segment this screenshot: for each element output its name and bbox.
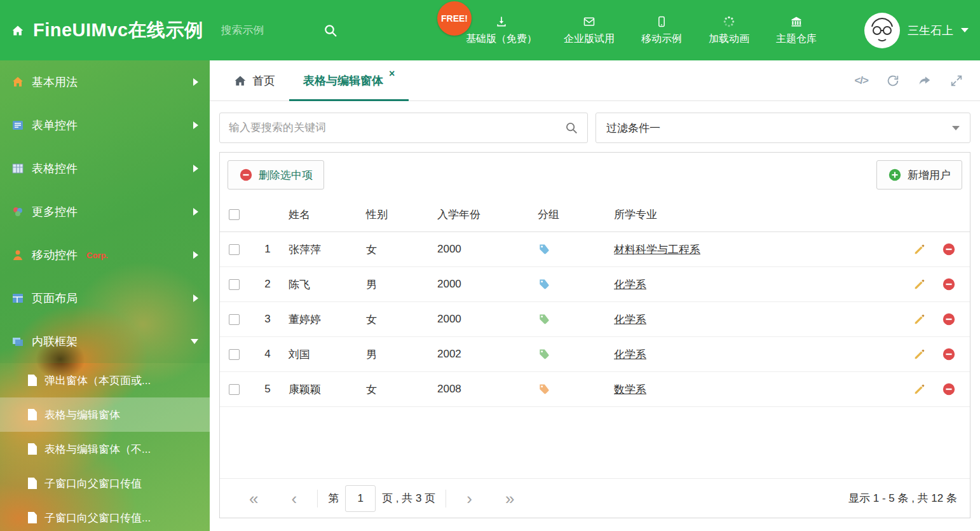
view-source-icon[interactable]: </> — [854, 74, 868, 87]
row-name: 刘国 — [282, 347, 360, 362]
nav-label: 主题仓库 — [776, 32, 817, 46]
major-link[interactable]: 材料科学与工程系 — [614, 244, 700, 256]
tab-grid-edit-window[interactable]: 表格与编辑窗体 × — [289, 60, 409, 100]
row-checkbox[interactable] — [229, 314, 240, 325]
nav-theme-store[interactable]: 主题仓库 — [763, 15, 830, 46]
tag-icon — [538, 243, 550, 256]
search-icon[interactable] — [323, 23, 338, 38]
delete-icon[interactable] — [942, 277, 956, 291]
row-gender: 男 — [360, 277, 431, 292]
main-content: 首页 表格与编辑窗体 × </> — [210, 60, 980, 531]
search-icon[interactable] — [564, 121, 578, 135]
major-link[interactable]: 数学系 — [614, 383, 646, 396]
edit-icon[interactable] — [913, 382, 927, 396]
sidebar-item-page-layout[interactable]: 页面布局 — [0, 277, 210, 320]
nav-loading-animation[interactable]: 加载动画 — [695, 15, 763, 46]
row-checkbox[interactable] — [229, 384, 240, 395]
home-icon — [234, 74, 247, 87]
col-major[interactable]: 所学专业 — [604, 207, 894, 222]
fullscreen-icon[interactable] — [949, 74, 963, 88]
sidebar-item-basic-usage[interactable]: 基本用法 — [0, 60, 210, 104]
keyword-search-input[interactable] — [229, 121, 564, 134]
edit-icon[interactable] — [913, 242, 927, 256]
iframe-icon — [11, 335, 24, 348]
col-year[interactable]: 入学年份 — [431, 207, 527, 222]
row-checkbox[interactable] — [229, 279, 240, 290]
sidebar-item-label: 内联框架 — [32, 334, 78, 349]
nav-mobile-demo[interactable]: 移动示例 — [628, 15, 695, 46]
grid-panel: 删除选中项 新增用户 姓名 性别 入学年份 分组 所 — [219, 152, 970, 518]
tab-close-icon[interactable]: × — [389, 68, 395, 79]
major-link[interactable]: 化学系 — [614, 314, 646, 326]
row-checkbox[interactable] — [229, 244, 240, 255]
page-first-button[interactable]: « — [233, 490, 275, 507]
row-gender: 男 — [360, 347, 431, 362]
plus-circle-icon — [888, 168, 902, 182]
tag-icon — [538, 313, 550, 326]
spinner-icon — [723, 15, 735, 28]
open-new-window-icon[interactable] — [918, 74, 932, 88]
tag-icon — [538, 383, 550, 396]
delete-selected-button[interactable]: 删除选中项 — [228, 160, 324, 190]
page-last-button[interactable]: » — [489, 490, 531, 507]
sidebar-subitem-child-to-parent-2[interactable]: 子窗口向父窗口传值... — [0, 500, 210, 531]
sidebar-item-label: 页面布局 — [32, 291, 78, 306]
major-link[interactable]: 化学系 — [614, 279, 646, 291]
sidebar-subitem-child-to-parent[interactable]: 子窗口向父窗口传值 — [0, 466, 210, 500]
data-table: 姓名 性别 入学年份 分组 所学专业 1 张萍萍 女 2000 — [220, 197, 970, 407]
bank-icon — [790, 15, 803, 28]
corp-badge: Corp. — [86, 251, 108, 260]
sidebar-item-grid-controls[interactable]: 表格控件 — [0, 147, 210, 190]
sidebar-item-more-controls[interactable]: 更多控件 — [0, 190, 210, 233]
delete-icon[interactable] — [942, 242, 956, 256]
sidebar-item-label: 基本用法 — [32, 74, 78, 90]
sidebar-item-form-controls[interactable]: 表单控件 — [0, 104, 210, 147]
refresh-icon[interactable] — [886, 74, 900, 88]
col-group[interactable]: 分组 — [527, 207, 604, 222]
sidebar-item-iframe[interactable]: 内联框架 — [0, 320, 210, 363]
row-name: 陈飞 — [282, 277, 360, 292]
sidebar-subitem-grid-edit-window[interactable]: 表格与编辑窗体 — [0, 397, 210, 432]
brand[interactable]: FineUIMvc在线示例 — [0, 18, 203, 43]
edit-icon[interactable] — [913, 347, 927, 361]
sidebar-item-mobile-controls[interactable]: 移动控件 Corp. — [0, 233, 210, 277]
row-name: 张萍萍 — [282, 242, 360, 257]
sidebar-subitem-label: 弹出窗体（本页面或... — [44, 373, 151, 388]
delete-icon[interactable] — [942, 312, 956, 326]
add-user-button[interactable]: 新增用户 — [876, 160, 962, 190]
chevron-down-icon — [191, 339, 198, 344]
page-label-after: 页 , 共 3 页 — [382, 491, 435, 506]
keyword-search — [219, 113, 588, 143]
row-index: 2 — [253, 278, 282, 291]
nav-enterprise-trial[interactable]: 企业版试用 — [550, 15, 628, 46]
edit-icon[interactable] — [913, 312, 927, 326]
sidebar-subitem-popup-window[interactable]: 弹出窗体（本页面或... — [0, 363, 210, 397]
download-icon — [495, 15, 508, 28]
page-next-button[interactable]: › — [450, 490, 489, 507]
sidebar-subitem-grid-edit-window-2[interactable]: 表格与编辑窗体（不... — [0, 432, 210, 466]
row-gender: 女 — [360, 312, 431, 327]
sidebar-item-label: 移动控件 — [32, 247, 78, 263]
col-gender[interactable]: 性别 — [360, 207, 431, 222]
user-menu[interactable]: 三生石上 — [864, 0, 969, 60]
filter-dropdown[interactable]: 过滤条件一 — [595, 113, 970, 143]
tab-label: 表格与编辑窗体 — [303, 73, 383, 88]
row-checkbox[interactable] — [229, 349, 240, 360]
edit-icon[interactable] — [913, 277, 927, 291]
table-header-row: 姓名 性别 入学年份 分组 所学专业 — [220, 197, 970, 232]
divider — [446, 490, 446, 507]
header-search-input[interactable] — [221, 24, 323, 37]
page-number-input[interactable] — [345, 485, 376, 512]
chevron-right-icon — [193, 294, 198, 302]
sidebar: 基本用法 表单控件 表格控件 更多控件 移动控件 Corp. — [0, 60, 210, 531]
col-name[interactable]: 姓名 — [282, 207, 360, 222]
table-row: 2 陈飞 男 2000 化学系 — [220, 267, 970, 302]
major-link[interactable]: 化学系 — [614, 348, 646, 361]
select-all-checkbox[interactable] — [229, 209, 240, 220]
delete-icon[interactable] — [942, 347, 956, 361]
delete-icon[interactable] — [942, 382, 956, 396]
file-icon — [28, 443, 37, 455]
page-prev-button[interactable]: ‹ — [275, 490, 313, 507]
file-icon — [28, 512, 37, 523]
tab-home[interactable]: 首页 — [220, 60, 289, 100]
